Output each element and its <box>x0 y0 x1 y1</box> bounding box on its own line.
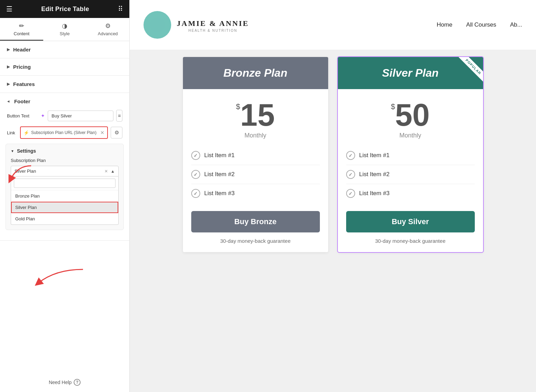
dropdown-option-silver[interactable]: Silver Plan <box>11 202 118 213</box>
dropdown-search-input[interactable] <box>14 179 115 188</box>
popular-ribbon-wrapper: POPULAR <box>452 57 483 88</box>
accordion-features-label: Features <box>13 81 35 87</box>
check-circle-icon-3: ✓ <box>191 189 200 198</box>
buy-bronze-button[interactable]: Buy Bronze <box>191 211 320 232</box>
silver-price-card: Silver Plan POPULAR $ 50 Monthly ✓ List … <box>338 57 483 252</box>
chevron-right-icon-pricing: ▶ <box>7 65 10 69</box>
tab-content-label: Content <box>14 31 30 36</box>
silver-price-block: $ 50 <box>391 99 429 131</box>
selected-option-text: Silver Plan <box>15 169 36 174</box>
silver-dollar-sign: $ <box>391 102 395 111</box>
logo-main-text: JAMIE & ANNIE <box>177 19 249 28</box>
advanced-icon: ⚙ <box>105 22 111 30</box>
chevron-down-icon-footer: ▼ <box>7 99 11 103</box>
dropdown-search-wrapper <box>11 176 118 190</box>
settings-sub-label: Settings <box>17 148 36 154</box>
link-input-wrapper[interactable]: ⚡ Subscription Plan URL (Silver Plan) ✕ <box>20 126 108 139</box>
logo-circle <box>144 11 171 39</box>
chevron-right-icon: ▶ <box>7 47 10 52</box>
bronze-price-number: 15 <box>240 99 275 131</box>
subscription-plan-label: Subscription Plan <box>11 158 119 163</box>
silver-feature-2: ✓ List Item #2 <box>346 165 475 184</box>
red-arrow-annotation-2 <box>21 262 90 291</box>
silver-card-header: Silver Plan POPULAR <box>338 57 483 89</box>
tab-advanced[interactable]: ⚙ Advanced <box>86 18 129 41</box>
accordion-features-toggle[interactable]: ▶ Features <box>0 76 129 93</box>
silver-card-title: Silver Plan <box>382 67 439 79</box>
tab-bar: ✏ Content ◑ Style ⚙ Advanced <box>0 18 129 41</box>
check-circle-icon-1: ✓ <box>191 151 200 160</box>
link-clear-button[interactable]: ✕ <box>100 130 104 135</box>
right-content: JAMIE & ANNIE HEALTH & NUTRITION Home Al… <box>130 0 536 392</box>
style-icon: ◑ <box>62 22 67 30</box>
footer-content: Button Text ✦ ≡ Link ⚡ Subscription Plan… <box>0 110 129 240</box>
bronze-feature-1: ✓ List Item #1 <box>191 146 320 165</box>
accordion-pricing: ▶ Pricing <box>0 58 129 76</box>
buy-silver-button[interactable]: Buy Silver <box>346 211 475 232</box>
tab-style[interactable]: ◑ Style <box>43 18 86 41</box>
settings-sub-content: Subscription Plan Silver Plan ✕ ▲ <box>6 158 123 230</box>
link-text-value: Subscription Plan URL (Silver Plan) <box>31 130 99 135</box>
bronze-feature-1-text: List Item #1 <box>204 152 235 159</box>
dropdown-clear-btn[interactable]: ✕ <box>104 169 108 174</box>
hamburger-icon[interactable]: ☰ <box>6 5 12 13</box>
bronze-price-card: Bronze Plan $ 15 Monthly ✓ List Item #1 … <box>183 57 328 252</box>
align-icon-btn[interactable]: ≡ <box>116 110 122 122</box>
silver-price-number: 50 <box>395 99 430 131</box>
accordion-header: ▶ Header <box>0 41 129 58</box>
bronze-feature-2-text: List Item #2 <box>204 171 235 178</box>
site-nav-links: Home All Courses Ab... <box>437 21 522 28</box>
nav-all-courses[interactable]: All Courses <box>466 21 496 28</box>
dropdown-options-list: Bronze Plan Silver Plan Gold Plan <box>11 176 119 225</box>
need-help-label: Need Help <box>49 380 72 385</box>
nav-home[interactable]: Home <box>437 21 452 28</box>
accordion-pricing-label: Pricing <box>13 64 31 70</box>
tab-advanced-label: Advanced <box>98 31 118 36</box>
silver-feature-3: ✓ List Item #3 <box>346 184 475 203</box>
chevron-down-icon-settings: ▼ <box>11 149 14 153</box>
settings-sub-toggle[interactable]: ▼ Settings <box>6 144 123 158</box>
dropdown-option-bronze[interactable]: Bronze Plan <box>11 190 118 202</box>
pricing-cards-area: Bronze Plan $ 15 Monthly ✓ List Item #1 … <box>130 50 536 392</box>
bronze-card-title: Bronze Plan <box>223 67 287 79</box>
settings-subsection: ▼ Settings Subscription Plan Silver Plan… <box>6 144 124 230</box>
tab-style-label: Style <box>60 31 70 36</box>
subscription-plan-dropdown[interactable]: Silver Plan ✕ ▲ Bronze Plan Silver Pl <box>11 166 119 225</box>
dropdown-option-gold[interactable]: Gold Plan <box>11 213 118 224</box>
grid-icon[interactable]: ⠿ <box>118 5 123 13</box>
dropdown-caret-icon: ▲ <box>111 169 115 174</box>
site-navigation: JAMIE & ANNIE HEALTH & NUTRITION Home Al… <box>130 0 536 50</box>
silver-price-period: Monthly <box>399 132 421 139</box>
button-text-label: Button Text <box>7 113 38 118</box>
accordion-header-label: Header <box>13 47 31 52</box>
link-type-icon: ⚡ <box>24 130 29 135</box>
link-row: Link ⚡ Subscription Plan URL (Silver Pla… <box>7 126 122 139</box>
accordion-footer-toggle[interactable]: ▼ Footer <box>0 93 129 110</box>
accordion-header-toggle[interactable]: ▶ Header <box>0 41 129 58</box>
page-title: Edit Price Table <box>41 6 89 13</box>
nav-about[interactable]: Ab... <box>510 21 522 28</box>
bronze-price-block: $ 15 <box>236 99 275 131</box>
button-text-row: Button Text ✦ ≡ <box>7 110 122 122</box>
silver-feature-2-text: List Item #2 <box>359 171 390 178</box>
chevron-right-icon-features: ▶ <box>7 82 10 86</box>
bronze-feature-3-text: List Item #3 <box>204 190 235 197</box>
silver-check-icon-1: ✓ <box>346 151 355 160</box>
dynamic-tag-icon: ✦ <box>41 113 45 118</box>
check-circle-icon-2: ✓ <box>191 170 200 179</box>
tab-content[interactable]: ✏ Content <box>0 18 43 41</box>
need-help-section[interactable]: Need Help ? <box>0 373 129 392</box>
logo-sub-text: HEALTH & NUTRITION <box>188 29 237 32</box>
silver-features-list: ✓ List Item #1 ✓ List Item #2 ✓ List Ite… <box>346 146 475 203</box>
accordion-pricing-toggle[interactable]: ▶ Pricing <box>0 58 129 75</box>
bronze-features-list: ✓ List Item #1 ✓ List Item #2 ✓ List Ite… <box>191 146 320 203</box>
dropdown-selected-value[interactable]: Silver Plan ✕ ▲ <box>11 166 119 176</box>
logo-text-block: JAMIE & ANNIE HEALTH & NUTRITION <box>177 19 249 32</box>
bronze-guarantee-text: 30-day money-back guarantee <box>220 238 290 244</box>
link-settings-button[interactable]: ⚙ <box>111 127 122 138</box>
bronze-price-period: Monthly <box>244 132 266 139</box>
popular-ribbon: POPULAR <box>459 57 483 82</box>
site-logo: JAMIE & ANNIE HEALTH & NUTRITION <box>144 11 249 39</box>
silver-feature-3-text: List Item #3 <box>359 190 390 197</box>
button-text-input[interactable] <box>48 111 113 121</box>
